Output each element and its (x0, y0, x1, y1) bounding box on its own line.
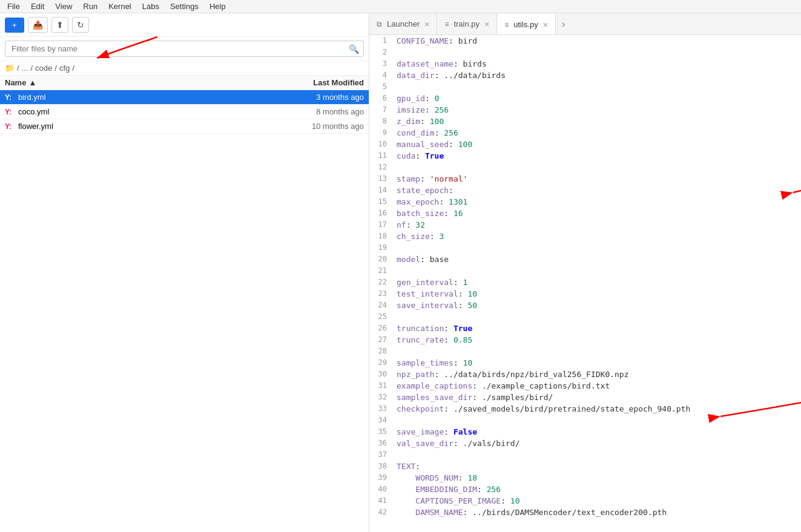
line-number: 12 (369, 162, 397, 173)
line-number: 6 (369, 93, 397, 104)
file-toolbar: + 📤 ⬆ ↻ (0, 13, 369, 37)
code-line: 11cuda: True (369, 150, 801, 162)
code-lines: 1CONFIG_NAME: bird2 3dataset_name: birds… (369, 35, 801, 518)
line-number: 19 (369, 242, 397, 254)
tab-train[interactable]: ≡ train.py × (437, 13, 497, 34)
menu-bar: File Edit View Run Kernel Labs Settings … (0, 0, 801, 13)
menu-labs[interactable]: Labs (137, 1, 164, 12)
search-icon: 🔍 (349, 44, 359, 54)
line-number: 24 (369, 300, 397, 311)
tab-utils[interactable]: ≡ utils.py × (497, 13, 556, 34)
code-line: 37 (369, 449, 801, 461)
tab-bar: ⧉ Launcher × ≡ train.py × ≡ utils.py × › (369, 13, 801, 35)
line-number: 35 (369, 426, 397, 438)
line-content: checkpoint: ./saved_models/bird/pretrain… (397, 403, 801, 415)
tab-train-close[interactable]: × (484, 19, 489, 29)
line-content (397, 242, 801, 254)
code-line: 38TEXT: (369, 461, 801, 472)
line-number: 33 (369, 403, 397, 415)
code-line: 5 (369, 81, 801, 93)
breadcrumb-cfg[interactable]: cfg (59, 64, 70, 73)
tab-overflow[interactable]: › (556, 19, 571, 30)
code-editor[interactable]: 1CONFIG_NAME: bird2 3dataset_name: birds… (369, 35, 801, 532)
code-line: 26truncation: True (369, 323, 801, 334)
line-content (397, 81, 801, 93)
line-content (397, 311, 801, 323)
tab-launcher-close[interactable]: × (424, 19, 429, 29)
menu-settings[interactable]: Settings (165, 1, 203, 12)
line-content: example_captions: ./example_captions/bir… (397, 380, 801, 392)
file-modified: 3 months ago (279, 93, 364, 102)
line-content: test_interval: 10 (397, 288, 801, 300)
code-line: 2 (369, 47, 801, 58)
tab-utils-close[interactable]: × (543, 20, 548, 30)
editor-panel: ⧉ Launcher × ≡ train.py × ≡ utils.py × › (369, 13, 801, 532)
line-content: TEXT: (397, 461, 801, 472)
tab-launcher-label: Launcher (387, 19, 420, 28)
line-number: 29 (369, 357, 397, 369)
file-modified: 10 months ago (279, 122, 364, 131)
line-number: 15 (369, 196, 397, 208)
code-line: 40 EMBEDDING_DIM: 256 (369, 484, 801, 495)
line-number: 8 (369, 116, 397, 127)
line-content: CONFIG_NAME: bird (397, 35, 801, 47)
upload-icon: 📤 (33, 20, 43, 30)
menu-run[interactable]: Run (78, 1, 102, 12)
line-number: 1 (369, 35, 397, 47)
move-button[interactable]: ⬆ (51, 17, 68, 33)
refresh-button[interactable]: ↻ (72, 17, 89, 33)
line-content: truncation: True (397, 323, 801, 334)
line-number: 39 (369, 472, 397, 484)
line-content: batch_size: 16 (397, 208, 801, 219)
line-content: cuda: True (397, 150, 801, 162)
search-input[interactable] (5, 41, 364, 57)
menu-file[interactable]: File (2, 1, 25, 12)
line-content: val_save_dir: ./vals/bird/ (397, 438, 801, 449)
train-icon: ≡ (444, 20, 449, 28)
line-number: 28 (369, 346, 397, 357)
upload-button[interactable]: 📤 (28, 17, 48, 33)
tab-launcher[interactable]: ⧉ Launcher × (369, 13, 437, 34)
list-item[interactable]: Y: coco.yml 8 months ago (0, 105, 369, 119)
line-content: model: base (397, 254, 801, 265)
menu-kernel[interactable]: Kernel (104, 1, 136, 12)
col-name-header[interactable]: Name ▲ (5, 78, 279, 87)
line-number: 20 (369, 254, 397, 265)
line-content (397, 47, 801, 58)
yaml-icon: Y: (5, 122, 15, 131)
line-number: 11 (369, 150, 397, 162)
code-line: 22gen_interval: 1 (369, 277, 801, 288)
main-area: + 📤 ⬆ ↻ 🔍 (0, 13, 801, 532)
file-browser-panel: + 📤 ⬆ ↻ 🔍 (0, 13, 369, 532)
list-item[interactable]: Y: flower.yml 10 months ago (0, 119, 369, 134)
col-modified-header[interactable]: Last Modified (279, 78, 364, 87)
new-button[interactable]: + (5, 18, 24, 33)
line-number: 23 (369, 288, 397, 300)
menu-edit[interactable]: Edit (26, 1, 49, 12)
folder-icon: 📁 (5, 64, 15, 73)
code-line: 21 (369, 265, 801, 277)
line-content: trunc_rate: 0.85 (397, 334, 801, 346)
line-content: data_dir: ../data/birds (397, 70, 801, 81)
yaml-icon: Y: (5, 108, 15, 116)
line-content: EMBEDDING_DIM: 256 (397, 484, 801, 495)
code-line: 9cond_dim: 256 (369, 127, 801, 139)
code-line: 14state_epoch: (369, 185, 801, 196)
code-line: 7imsize: 256 (369, 104, 801, 116)
code-line: 29sample_times: 10 (369, 357, 801, 369)
line-number: 13 (369, 173, 397, 185)
file-list: Y: bird.yml 3 months ago Y: coco.yml 8 m… (0, 90, 369, 532)
menu-view[interactable]: View (50, 1, 77, 12)
line-number: 9 (369, 127, 397, 139)
code-line: 31example_captions: ./example_captions/b… (369, 380, 801, 392)
breadcrumb-ellipsis[interactable]: ... (22, 64, 28, 73)
line-number: 32 (369, 392, 397, 403)
menu-help[interactable]: Help (205, 1, 231, 12)
code-line: 10manual_seed: 100 (369, 139, 801, 150)
plus-icon: + (12, 21, 17, 30)
line-number: 22 (369, 277, 397, 288)
list-item[interactable]: Y: bird.yml 3 months ago (0, 90, 369, 105)
breadcrumb-code[interactable]: code (35, 64, 52, 73)
line-content: stamp: 'normal' (397, 173, 801, 185)
code-line: 20model: base (369, 254, 801, 265)
